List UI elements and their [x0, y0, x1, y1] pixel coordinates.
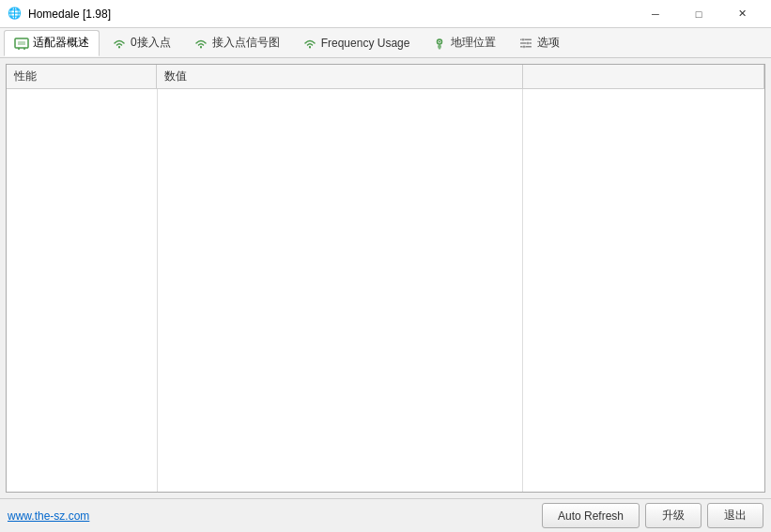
wifi-icon-1: [112, 36, 127, 51]
column-header-extra: [523, 65, 764, 88]
extra-column: [523, 89, 764, 492]
website-link[interactable]: www.the-sz.com: [8, 509, 89, 523]
tab-geo-location-label: 地理位置: [451, 35, 496, 51]
tab-signal-chart-label: 接入点信号图: [212, 35, 280, 51]
table-header: 性能 数值: [7, 65, 764, 89]
tab-bar: 适配器概述 0接入点 接入点信号图: [0, 28, 771, 58]
column-header-value: 数值: [157, 65, 523, 88]
tab-options-label: 选项: [537, 35, 560, 51]
tab-adapter-overview[interactable]: 适配器概述: [4, 30, 100, 56]
tab-signal-chart[interactable]: 接入点信号图: [183, 30, 290, 56]
tab-frequency-usage-label: Frequency Usage: [321, 37, 410, 50]
svg-point-5: [200, 46, 202, 48]
property-column: [7, 89, 157, 492]
auto-refresh-button[interactable]: Auto Refresh: [542, 503, 640, 528]
tab-access-points-label: 0接入点: [131, 35, 171, 51]
wifi-icon-3: [302, 36, 317, 51]
svg-point-12: [522, 38, 525, 40]
tab-frequency-usage[interactable]: Frequency Usage: [292, 30, 421, 56]
minimize-button[interactable]: ─: [634, 0, 677, 28]
title-bar: 🌐 Homedale [1.98] ─ □ ✕: [0, 0, 771, 28]
options-icon: [518, 36, 533, 51]
svg-rect-10: [520, 42, 532, 44]
status-bar: www.the-sz.com Auto Refresh 升级 退出: [0, 498, 771, 532]
table-body: [7, 89, 764, 492]
location-icon: [432, 36, 447, 51]
data-table: 性能 数值: [6, 64, 765, 493]
wifi-icon-2: [193, 36, 208, 51]
svg-point-13: [527, 41, 530, 44]
tab-geo-location[interactable]: 地理位置: [422, 30, 506, 56]
maximize-button[interactable]: □: [677, 0, 720, 28]
svg-rect-1: [18, 41, 25, 45]
action-buttons: Auto Refresh 升级 退出: [542, 503, 763, 528]
svg-point-14: [523, 45, 526, 48]
app-title: Homedale [1.98]: [28, 8, 111, 21]
tab-access-points[interactable]: 0接入点: [101, 30, 181, 56]
tab-options[interactable]: 选项: [508, 30, 570, 56]
svg-rect-11: [520, 46, 532, 48]
upgrade-button[interactable]: 升级: [645, 503, 702, 528]
main-content: 性能 数值: [0, 58, 771, 498]
svg-point-6: [309, 46, 311, 48]
svg-point-4: [118, 46, 120, 48]
value-column: [157, 89, 523, 492]
close-button[interactable]: ✕: [720, 0, 763, 28]
adapter-icon: [14, 36, 29, 51]
svg-point-8: [439, 40, 440, 42]
column-header-property: 性能: [7, 65, 157, 88]
exit-button[interactable]: 退出: [707, 503, 763, 528]
tab-adapter-overview-label: 适配器概述: [33, 35, 89, 51]
app-icon: 🌐: [8, 7, 23, 22]
window-controls: ─ □ ✕: [634, 0, 763, 28]
title-bar-left: 🌐 Homedale [1.98]: [8, 7, 111, 22]
